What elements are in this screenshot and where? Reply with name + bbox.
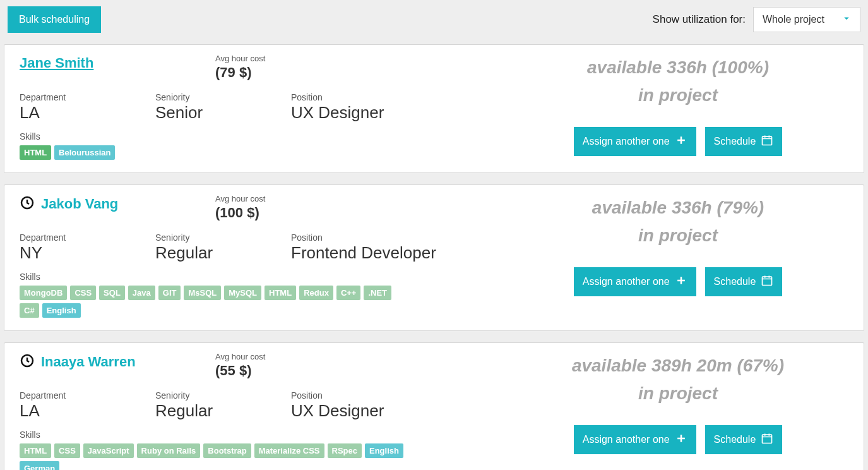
utilization-select[interactable]: Whole project	[753, 7, 860, 32]
skills-list: HTMLBelourussian	[20, 145, 411, 160]
skill-tag: English	[365, 443, 403, 458]
skills-list: HTMLCSSJavaScriptRuby on RailsBootstrapM…	[20, 443, 411, 470]
clock-icon	[20, 195, 35, 213]
department-value: NY	[20, 244, 155, 263]
skill-tag: Redux	[299, 286, 333, 300]
skills-label: Skills	[20, 430, 508, 440]
skill-tag: SQL	[99, 286, 125, 300]
in-project-text: in project	[638, 226, 718, 246]
assign-another-label: Assign another one	[583, 136, 670, 147]
avg-cost-value: (55 $)	[215, 363, 265, 379]
person-card: Jane Smith Avg hour cost (79 $) Departme…	[4, 44, 864, 173]
skill-tag: .NET	[364, 286, 391, 300]
position-label: Position	[291, 232, 508, 243]
bulk-scheduling-button[interactable]: Bulk scheduling	[8, 6, 101, 33]
in-project-text: in project	[638, 85, 718, 105]
skill-tag: Java	[128, 286, 155, 300]
skill-tag: Materialize CSS	[254, 443, 324, 458]
avg-cost-label: Avg hour cost	[215, 194, 265, 203]
svg-rect-2	[763, 277, 772, 285]
skill-tag: JavaScript	[83, 443, 134, 458]
seniority-value: Senior	[155, 104, 291, 123]
position-value: Frontend Developer	[291, 244, 508, 263]
skill-tag: C++	[336, 286, 361, 300]
position-label: Position	[291, 92, 508, 102]
availability-text: available 336h (100%)	[587, 57, 769, 78]
skills-list: MongoDBCSSSQLJavaGITMsSQLMySQLHTMLReduxC…	[20, 286, 411, 318]
avg-cost-label: Avg hour cost	[215, 352, 265, 361]
avg-cost-label: Avg hour cost	[215, 54, 265, 63]
schedule-button[interactable]: Schedule	[705, 267, 783, 296]
skill-tag: C#	[20, 303, 39, 318]
skill-tag: GIT	[158, 286, 181, 300]
skill-tag: German	[20, 461, 59, 470]
schedule-label: Schedule	[714, 136, 756, 147]
assign-another-label: Assign another one	[583, 434, 670, 445]
svg-rect-4	[763, 435, 772, 443]
skill-tag: MongoDB	[20, 286, 67, 300]
skills-label: Skills	[20, 131, 508, 142]
svg-rect-0	[763, 136, 772, 145]
seniority-label: Seniority	[155, 92, 291, 102]
skill-tag: HTML	[265, 286, 296, 300]
calendar-icon	[761, 134, 773, 149]
seniority-value: Regular	[155, 402, 291, 421]
schedule-label: Schedule	[714, 276, 756, 287]
utilization-label: Show utilization for:	[653, 13, 746, 26]
position-value: UX Designer	[291, 104, 508, 123]
skill-tag: English	[42, 303, 81, 318]
seniority-value: Regular	[155, 244, 291, 263]
skill-tag: MsSQL	[184, 286, 221, 300]
clock-icon	[20, 353, 35, 371]
plus-icon	[675, 134, 687, 149]
schedule-button[interactable]: Schedule	[705, 127, 783, 156]
person-card: Jakob Vang Avg hour cost (100 $) Departm…	[4, 184, 864, 331]
utilization-select-value: Whole project	[763, 14, 824, 25]
assign-another-button[interactable]: Assign another one	[574, 267, 696, 296]
position-value: UX Designer	[291, 402, 508, 421]
availability-text: available 389h 20m (67%)	[572, 356, 784, 376]
skill-tag: Belourussian	[54, 145, 115, 160]
skills-label: Skills	[20, 272, 508, 282]
position-label: Position	[291, 390, 508, 401]
plus-icon	[675, 274, 687, 289]
topbar: Bulk scheduling Show utilization for: Wh…	[0, 0, 868, 44]
skill-tag: Ruby on Rails	[137, 443, 201, 458]
in-project-text: in project	[638, 383, 718, 404]
assign-another-label: Assign another one	[583, 276, 670, 287]
department-value: LA	[20, 104, 155, 123]
skill-tag: RSpec	[328, 443, 362, 458]
schedule-button[interactable]: Schedule	[705, 425, 783, 454]
chevron-down-icon	[841, 13, 852, 27]
seniority-label: Seniority	[155, 390, 291, 401]
department-label: Department	[20, 232, 155, 243]
assign-another-button[interactable]: Assign another one	[574, 127, 696, 156]
skill-tag: HTML	[20, 145, 51, 160]
skill-tag: HTML	[20, 443, 51, 458]
skill-tag: CSS	[54, 443, 80, 458]
person-name-link[interactable]: Jakob Vang	[41, 196, 118, 212]
skill-tag: Bootstrap	[203, 443, 251, 458]
seniority-label: Seniority	[155, 232, 291, 243]
department-label: Department	[20, 390, 155, 401]
skill-tag: MySQL	[224, 286, 261, 300]
calendar-icon	[761, 274, 773, 289]
avg-cost-value: (100 $)	[215, 205, 265, 221]
calendar-icon	[761, 432, 773, 447]
person-name-link[interactable]: Jane Smith	[20, 55, 93, 71]
schedule-label: Schedule	[714, 434, 756, 445]
avg-cost-value: (79 $)	[215, 64, 265, 81]
plus-icon	[675, 432, 687, 447]
skill-tag: CSS	[70, 286, 96, 300]
utilization-filter: Show utilization for: Whole project	[653, 7, 860, 32]
department-value: LA	[20, 402, 155, 421]
person-card: Inaaya Warren Avg hour cost (55 $) Depar…	[4, 342, 864, 470]
department-label: Department	[20, 92, 155, 102]
person-name-link[interactable]: Inaaya Warren	[41, 354, 136, 370]
availability-text: available 336h (79%)	[592, 198, 764, 218]
assign-another-button[interactable]: Assign another one	[574, 425, 696, 454]
